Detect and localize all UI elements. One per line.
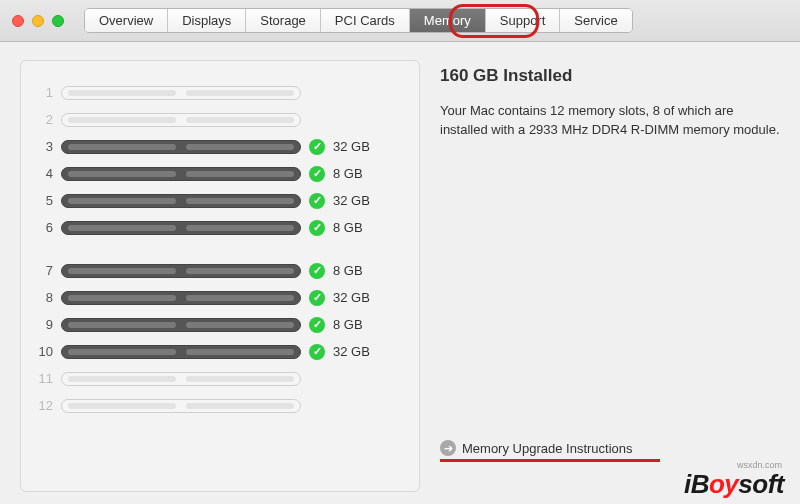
slot-number: 5: [35, 193, 53, 208]
tab-storage[interactable]: Storage: [246, 9, 321, 32]
dimm-icon: [61, 345, 301, 359]
dimm-icon: [61, 86, 301, 100]
memory-slot-row: 10✓32 GB: [35, 338, 405, 365]
minimize-button[interactable]: [32, 15, 44, 27]
check-icon: ✓: [309, 317, 325, 333]
watermark-logo: iBoysoft: [684, 469, 784, 500]
slot-number: 12: [35, 398, 53, 413]
memory-slot-row: 2: [35, 106, 405, 133]
tab-bar: OverviewDisplaysStoragePCI CardsMemorySu…: [84, 8, 633, 33]
slot-number: 7: [35, 263, 53, 278]
maximize-button[interactable]: [52, 15, 64, 27]
tab-support[interactable]: Support: [486, 9, 561, 32]
memory-slot-row: 6✓8 GB: [35, 214, 405, 241]
dimm-icon: [61, 264, 301, 278]
dimm-icon: [61, 140, 301, 154]
slot-size: 8 GB: [333, 220, 363, 235]
memory-slot-row: 11: [35, 365, 405, 392]
slot-size: 8 GB: [333, 317, 363, 332]
dimm-icon: [61, 372, 301, 386]
arrow-right-icon: ➔: [440, 440, 456, 456]
dimm-icon: [61, 318, 301, 332]
memory-upgrade-link[interactable]: ➔ Memory Upgrade Instructions: [440, 440, 633, 456]
dimm-icon: [61, 194, 301, 208]
tab-pci-cards[interactable]: PCI Cards: [321, 9, 410, 32]
upgrade-link-label: Memory Upgrade Instructions: [462, 441, 633, 456]
memory-description: Your Mac contains 12 memory slots, 8 of …: [440, 102, 780, 140]
check-icon: ✓: [309, 263, 325, 279]
titlebar: OverviewDisplaysStoragePCI CardsMemorySu…: [0, 0, 800, 42]
dimm-icon: [61, 167, 301, 181]
window-controls: [12, 15, 64, 27]
slot-number: 9: [35, 317, 53, 332]
slot-size: 32 GB: [333, 290, 370, 305]
slot-number: 10: [35, 344, 53, 359]
slot-size: 32 GB: [333, 193, 370, 208]
memory-slot-row: 7✓8 GB: [35, 257, 405, 284]
slot-number: 2: [35, 112, 53, 127]
check-icon: ✓: [309, 166, 325, 182]
memory-total: 160 GB Installed: [440, 66, 780, 86]
memory-slot-row: 1: [35, 79, 405, 106]
slot-size: 8 GB: [333, 166, 363, 181]
slot-number: 6: [35, 220, 53, 235]
memory-slots-panel: 123✓32 GB4✓8 GB5✓32 GB6✓8 GB 7✓8 GB8✓32 …: [20, 60, 420, 492]
memory-slot-row: 5✓32 GB: [35, 187, 405, 214]
slot-number: 8: [35, 290, 53, 305]
slot-size: 32 GB: [333, 139, 370, 154]
tab-overview[interactable]: Overview: [85, 9, 168, 32]
slot-size: 32 GB: [333, 344, 370, 359]
dimm-icon: [61, 291, 301, 305]
slot-number: 1: [35, 85, 53, 100]
annotation-underline: [440, 459, 660, 462]
slot-size: 8 GB: [333, 263, 363, 278]
check-icon: ✓: [309, 290, 325, 306]
content: 123✓32 GB4✓8 GB5✓32 GB6✓8 GB 7✓8 GB8✓32 …: [0, 42, 800, 504]
close-button[interactable]: [12, 15, 24, 27]
slot-number: 3: [35, 139, 53, 154]
check-icon: ✓: [309, 193, 325, 209]
tab-memory[interactable]: Memory: [410, 9, 486, 32]
memory-slot-row: 9✓8 GB: [35, 311, 405, 338]
memory-slot-row: 3✓32 GB: [35, 133, 405, 160]
check-icon: ✓: [309, 344, 325, 360]
memory-slot-row: 8✓32 GB: [35, 284, 405, 311]
slot-group-top: 123✓32 GB4✓8 GB5✓32 GB6✓8 GB: [35, 79, 405, 241]
memory-slot-row: 4✓8 GB: [35, 160, 405, 187]
dimm-icon: [61, 113, 301, 127]
memory-info-panel: 160 GB Installed Your Mac contains 12 me…: [440, 60, 780, 492]
memory-slot-row: 12: [35, 392, 405, 419]
check-icon: ✓: [309, 220, 325, 236]
slot-group-bottom: 7✓8 GB8✓32 GB9✓8 GB10✓32 GB1112: [35, 257, 405, 419]
dimm-icon: [61, 399, 301, 413]
dimm-icon: [61, 221, 301, 235]
tab-service[interactable]: Service: [560, 9, 631, 32]
slot-number: 11: [35, 371, 53, 386]
tab-displays[interactable]: Displays: [168, 9, 246, 32]
check-icon: ✓: [309, 139, 325, 155]
slot-number: 4: [35, 166, 53, 181]
